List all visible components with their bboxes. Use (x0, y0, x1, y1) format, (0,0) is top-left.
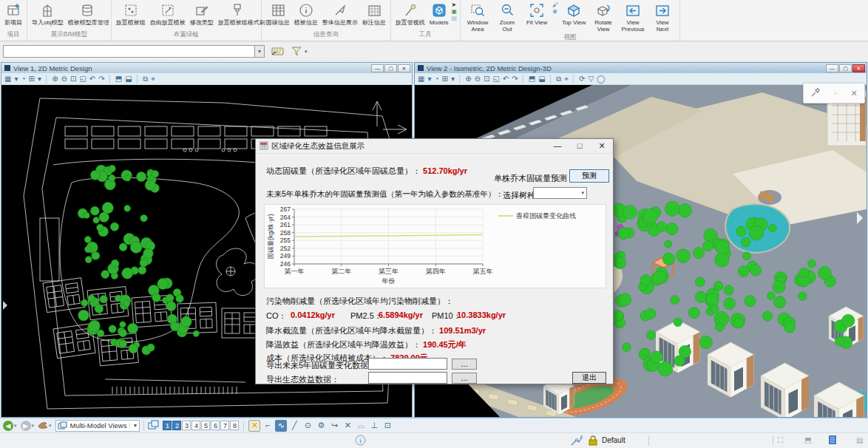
cascade-views-icon[interactable] (148, 420, 160, 432)
view-toggle-2[interactable]: 2 (172, 421, 181, 430)
snap-icon[interactable]: ⊙ (302, 420, 313, 432)
view-tool-icon[interactable]: ⬓ (125, 75, 132, 83)
view-toggle-5[interactable]: 5 (201, 421, 210, 430)
chevron-down-icon[interactable]: ▾ (32, 423, 35, 429)
pin-icon[interactable]: ▫ (834, 89, 837, 98)
view-toggle-3[interactable]: 3 (182, 421, 191, 430)
ribbon-item-window-area[interactable]: Window Area (463, 1, 492, 33)
ribbon-item-fit-view[interactable]: Fit View (522, 1, 552, 27)
ribbon-item-modify-type[interactable]: 修改类型 (188, 1, 216, 27)
export-eco-input[interactable] (368, 372, 447, 384)
view-tool-icon[interactable]: ▽ (588, 75, 594, 83)
view-tool-icon[interactable]: ⟳ (579, 75, 585, 83)
ribbon-item-rotate-view[interactable]: Rotate View (589, 1, 618, 33)
ribbon-item-sightline[interactable]: 放置管视线 (393, 1, 427, 27)
view-tool-icon[interactable]: ▾ (451, 75, 455, 83)
tool-settings-icon[interactable] (810, 88, 820, 99)
dialog-titlebar[interactable]: 区域绿化生态效益信息展示 — □ ✕ (256, 139, 613, 154)
view-tool-icon[interactable]: ◱ (79, 75, 86, 83)
view-tool-icon[interactable]: ◔ (21, 75, 25, 83)
view-toggle-7[interactable]: 7 (220, 421, 229, 430)
snap-icon[interactable]: ⊡ (382, 420, 393, 432)
view-tool-icon[interactable]: ⬒ (529, 75, 535, 83)
view-tool-icon[interactable]: ⊖ (475, 75, 481, 83)
species-dropdown[interactable]: ▾ (533, 187, 587, 199)
lock-icon[interactable] (589, 435, 597, 447)
snap-icon[interactable]: ∿ (275, 420, 287, 432)
view-toggle-8[interactable]: 8 (230, 421, 239, 430)
view-tool-icon[interactable]: ⬓ (538, 75, 545, 83)
view-tool-icon[interactable]: ◱ (492, 75, 499, 83)
view-tool-icon[interactable]: ▾ (14, 75, 18, 83)
view-toggle-4[interactable]: 4 (191, 421, 200, 430)
filter-icon[interactable]: ▾ (291, 47, 308, 56)
close-icon[interactable]: ✕ (850, 89, 857, 98)
snap-icon[interactable]: ⌓ (355, 420, 367, 432)
dialog-minimize-button[interactable]: — (546, 139, 569, 153)
view-tool-icon[interactable]: ↶ (503, 75, 509, 83)
view-tool-icon[interactable]: ◔ (434, 75, 438, 83)
view-tool-icon[interactable]: ▾ (38, 75, 41, 83)
view2-toolbar[interactable]: ▦▾◔⊞▾│⊕⊖⊡◱↶↷│⬒⬓│⧉⌖│⟳▽◯ (415, 73, 867, 85)
ribbon-item-overall-info[interactable]: 整体信息展示 (320, 1, 360, 27)
keyin-browser-icon[interactable] (271, 47, 285, 56)
view-tools-icon[interactable] (37, 420, 48, 431)
tool-aux-icons[interactable]: ➤▣▤ (450, 1, 458, 23)
chevron-down-icon[interactable]: ▾ (254, 45, 265, 58)
ribbon-item-vegetation-library[interactable]: 植被模型库管理 (66, 1, 109, 27)
view-tool-icon[interactable]: ⊕ (52, 75, 58, 83)
view-tool-icon[interactable]: ↶ (89, 75, 95, 83)
ribbon-item-place-vegetation-group[interactable]: 放置植被组 (114, 1, 148, 27)
fence-icon[interactable]: ⬒ (804, 436, 811, 444)
dialog-maximize-button[interactable]: □ (569, 139, 591, 153)
selection-set-icon[interactable]: ⛶ (778, 436, 783, 445)
active-level-value[interactable]: Default (602, 436, 625, 444)
view-tool-icon[interactable]: ⊞ (29, 75, 35, 83)
view1-toolbar[interactable]: ▦▾◔⊞▾│⊕⊖⊡◱↶↷│⬒⬓│⧉⌖ (1, 73, 412, 85)
view-tool-icon[interactable]: ↷ (512, 75, 518, 83)
view-toggle-1[interactable]: 1 (163, 421, 172, 430)
ribbon-item-free-place-vegetation[interactable]: 自由放置植被 (148, 1, 188, 27)
view-tool-icon[interactable]: ▾ (427, 75, 431, 83)
view-tool-icon[interactable]: ⌖ (151, 75, 155, 84)
view-tool-icon[interactable]: ⊕ (465, 75, 471, 83)
ribbon-item-new-project[interactable]: 新项目 (2, 1, 24, 27)
snap-icon[interactable]: ⚙ (315, 420, 327, 432)
view1-minimize-button[interactable]: — (371, 64, 384, 72)
view-tool-icon[interactable]: ⧉ (556, 75, 561, 84)
view2-titlebar[interactable]: View 2 - Isometric, 2D Metric Design-3D … (415, 63, 867, 73)
ribbon-item-view-previous[interactable]: View Previous (618, 1, 648, 33)
export-carbon-browse-button[interactable]: … (452, 359, 477, 370)
view-tool-icon[interactable]: ⧉ (143, 75, 148, 84)
view-tool-icon[interactable]: ▦ (418, 75, 424, 83)
exit-button[interactable]: 退出 (572, 372, 606, 384)
view-tool-icon[interactable]: ⊖ (61, 75, 67, 83)
snap-icon[interactable]: ⌐ (262, 419, 274, 431)
view2-maximize-button[interactable]: ▢ (839, 64, 852, 72)
keyin-input[interactable] (3, 45, 254, 58)
view-tool-icon[interactable]: ⊡ (70, 75, 76, 83)
view-tool-icon[interactable]: ↷ (98, 75, 104, 83)
chevron-down-icon[interactable]: ▾ (49, 423, 52, 429)
snap-icon[interactable]: ⊥ (368, 420, 380, 432)
view-tool-icon[interactable]: ⬒ (115, 75, 122, 83)
ribbon-item-import-obj[interactable]: 导入obj模型 (30, 1, 66, 27)
forward-button[interactable]: ▶ (21, 421, 31, 431)
active-element-icon[interactable] (571, 435, 583, 447)
ribbon-item-models[interactable]: Models (427, 1, 451, 27)
predict-button[interactable]: 预测 (569, 169, 609, 183)
view1-maximize-button[interactable]: ▢ (384, 64, 397, 72)
view-tool-icon[interactable]: ◯ (597, 75, 605, 83)
ribbon-item-annotation-info[interactable]: 标注信息 (360, 1, 388, 27)
chevron-down-icon[interactable]: ▾ (14, 423, 17, 429)
ribbon-item-carbon-info[interactable]: 固碳信息 (264, 1, 292, 27)
export-carbon-input[interactable] (368, 358, 447, 370)
view2-minimize-button[interactable]: — (826, 64, 838, 72)
ribbon-item-view-next[interactable]: View Next (648, 1, 677, 33)
dialog-close-button[interactable]: ✕ (591, 139, 613, 153)
design-history-icon[interactable] (828, 435, 837, 447)
back-button[interactable]: ◀ (3, 421, 13, 431)
message-center-icon[interactable]: i (355, 435, 366, 447)
view1-titlebar[interactable]: View 1, 2D Metric Design — ▢ ✕ (1, 63, 412, 73)
snap-icon[interactable]: ╱ (288, 420, 300, 432)
